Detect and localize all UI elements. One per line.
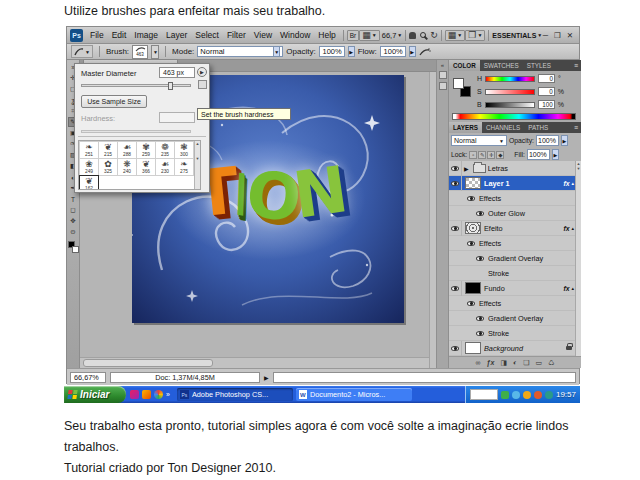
brush-picker-toggle[interactable]: ▼ (151, 45, 159, 59)
brush-preset[interactable]: ❧251 (79, 141, 99, 159)
expand-dock-icon[interactable]: « (441, 62, 444, 68)
new-group-icon[interactable]: ❏ (523, 359, 529, 367)
brush-preset[interactable]: ❦215 (98, 141, 118, 159)
eye-icon[interactable] (476, 316, 484, 321)
hue-value[interactable]: 0 (538, 74, 555, 83)
horizontal-scrollbar[interactable] (80, 357, 429, 368)
airbrush-icon[interactable] (419, 47, 431, 57)
menu-file[interactable]: File (86, 30, 108, 40)
task-button-photoshop[interactable]: Ps Adobe Photoshop CS... (177, 388, 293, 401)
layer-row-efeito[interactable]: Efeito fx ▴ (449, 221, 576, 236)
brightness-slider[interactable] (485, 102, 535, 108)
quick-launch-icon-2[interactable] (142, 390, 151, 399)
arrange-documents-button[interactable]: ▦▼ (445, 30, 465, 41)
visibility-toggle[interactable] (449, 161, 462, 176)
layer-mask-icon[interactable]: ◨ (500, 359, 507, 367)
tray-icon-blue[interactable] (512, 391, 520, 399)
visibility-toggle[interactable] (449, 176, 462, 191)
panel-menu-icon[interactable]: ≡ (571, 60, 581, 71)
menu-window[interactable]: Window (276, 30, 314, 40)
effect-row-stroke[interactable]: Stroke (449, 326, 576, 341)
tab-color[interactable]: COLOR (449, 60, 480, 71)
rotate-view-icon[interactable]: ↻ (430, 31, 438, 40)
vertical-scrollbar[interactable] (429, 72, 436, 368)
flow-slider-button[interactable]: ▶ (409, 46, 416, 57)
workspace-switcher[interactable]: ESSENTIALS▼ (492, 32, 542, 39)
hand-tool-icon[interactable]: ✥ (68, 216, 79, 226)
zoom-tool-icon[interactable] (420, 32, 426, 38)
hardness-input[interactable] (159, 112, 195, 123)
layer-thumbnail[interactable] (465, 282, 481, 294)
color-spectrum-ramp[interactable] (452, 113, 576, 120)
lock-transparency-icon[interactable]: ▫ (469, 151, 477, 159)
use-sample-size-button[interactable]: Use Sample Size (81, 95, 147, 108)
minimize-button[interactable]: ─ (543, 31, 548, 40)
eye-icon[interactable] (467, 301, 475, 306)
tray-icon-yellow[interactable] (523, 391, 531, 399)
tray-icon-green[interactable] (501, 391, 509, 399)
saturation-slider[interactable] (485, 89, 535, 95)
menu-filter[interactable]: Filter (223, 30, 250, 40)
master-diameter-input[interactable]: 463 px (159, 67, 195, 78)
effect-row-gradient-overlay[interactable]: Gradient Overlay (449, 311, 576, 326)
panel-icon-history[interactable] (439, 71, 447, 79)
effects-row[interactable]: Effects (449, 191, 576, 206)
menu-help[interactable]: Help (314, 30, 339, 40)
start-button[interactable]: Iniciar (64, 386, 126, 403)
task-button-word[interactable]: W Documento2 - Micros... (296, 388, 412, 401)
tab-channels[interactable]: CHANNELS (482, 122, 524, 133)
brush-preset[interactable]: ✾259 (136, 141, 156, 159)
shape-tool-icon[interactable]: ◻ (68, 205, 79, 215)
brush-grid-scrollbar[interactable]: ▲▼ (194, 141, 200, 189)
tray-icon-globe[interactable] (545, 391, 553, 399)
eye-icon[interactable] (476, 211, 484, 216)
link-layers-icon[interactable]: ∞ (476, 359, 481, 366)
menu-layer[interactable]: Layer (162, 30, 191, 40)
brush-preset[interactable]: ❋240 (117, 158, 137, 176)
brush-preset[interactable]: ❀249 (79, 158, 99, 176)
tab-layers[interactable]: LAYERS (449, 122, 482, 133)
delete-layer-icon[interactable]: ♺ (548, 359, 554, 367)
opacity-input[interactable]: 100% (319, 46, 345, 57)
menu-select[interactable]: Select (191, 30, 223, 40)
panel-icon-adjustments[interactable] (439, 82, 447, 90)
blend-mode-select[interactable]: Normal▼ (197, 46, 283, 57)
view-extras-button[interactable]: ▦▼ (359, 30, 379, 41)
blend-mode-select[interactable]: Normal▼ (451, 135, 507, 146)
effects-row[interactable]: Effects (449, 236, 576, 251)
new-layer-icon[interactable]: ▭ (536, 359, 543, 367)
visibility-toggle[interactable] (449, 221, 462, 236)
photoshop-logo[interactable]: Ps (70, 29, 83, 42)
adjustment-layer-icon[interactable]: ◐ (513, 359, 517, 366)
saturation-value[interactable]: 0 (538, 87, 555, 96)
foreground-background-swatches[interactable] (68, 241, 79, 253)
panel-menu-icon[interactable]: ≡ (571, 122, 581, 133)
brush-preset[interactable]: ❧275 (174, 158, 194, 176)
layer-thumbnail[interactable] (465, 177, 481, 189)
restore-button[interactable]: ❐ (554, 31, 561, 40)
layer-row-background[interactable]: Background (449, 341, 576, 356)
opacity-input[interactable]: 100% (536, 135, 559, 146)
brush-preset-selected[interactable]: ❦162 (79, 175, 99, 190)
opacity-slider-button[interactable]: ▶ (348, 46, 355, 57)
quick-launch-icon-1[interactable] (130, 390, 139, 399)
menu-view[interactable]: View (250, 30, 276, 40)
brush-preview[interactable]: 463 (132, 45, 148, 59)
flow-input[interactable]: 100% (380, 46, 406, 57)
hue-slider[interactable] (485, 76, 535, 82)
brightness-value[interactable]: 100 (538, 100, 555, 109)
brush-preset[interactable]: ❦366 (136, 158, 156, 176)
brush-preset[interactable]: ☙288 (117, 141, 137, 159)
visibility-toggle[interactable] (449, 341, 462, 356)
brush-preset[interactable]: ❃300 (174, 141, 194, 159)
fx-badge[interactable]: fx (563, 225, 569, 232)
collapse-effects-icon[interactable]: ▴ (571, 225, 574, 231)
tray-icon-red[interactable] (534, 391, 542, 399)
quick-launch-overflow-icon[interactable]: » (166, 391, 170, 398)
tab-swatches[interactable]: SWATCHES (480, 60, 523, 71)
type-tool-icon[interactable]: T (68, 194, 79, 204)
lock-pixels-icon[interactable]: ✎ (478, 151, 486, 159)
effect-row-outer-glow[interactable]: Outer Glow (449, 206, 576, 221)
layer-row-letras[interactable]: ▶ Letras (449, 161, 576, 176)
menu-image[interactable]: Image (130, 30, 162, 40)
